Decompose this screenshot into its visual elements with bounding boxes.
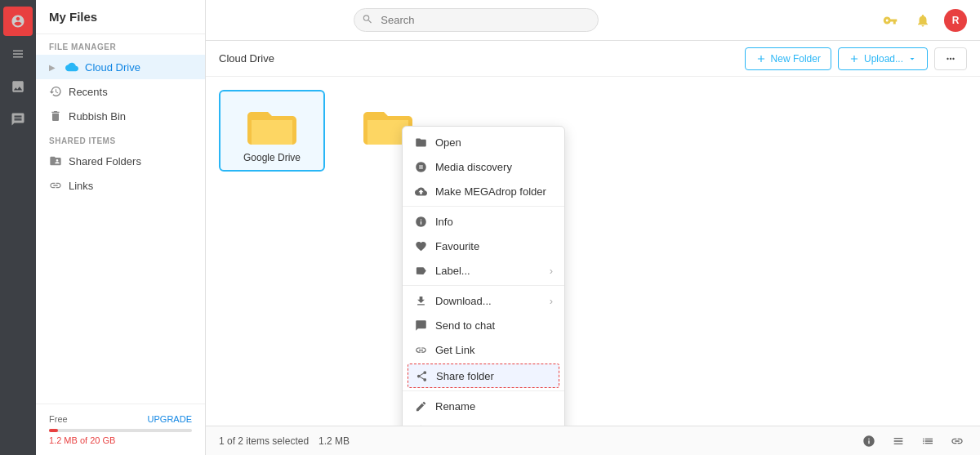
app-logo[interactable] bbox=[3, 7, 33, 36]
ctx-download-label: Download... bbox=[435, 295, 492, 307]
ctx-send-to-chat-label: Send to chat bbox=[435, 319, 495, 332]
megadrop-icon bbox=[414, 185, 427, 198]
folder-svg bbox=[247, 103, 296, 145]
ctx-divider-3 bbox=[403, 390, 564, 391]
storage-used: 1.2 MB bbox=[49, 435, 78, 445]
new-folder-label: New Folder bbox=[771, 53, 821, 65]
sidebar-item-links[interactable]: Links bbox=[36, 173, 205, 198]
heart-icon bbox=[414, 239, 427, 252]
status-bar: 1 of 2 items selected 1.2 MB bbox=[206, 426, 980, 455]
key-icon-btn[interactable] bbox=[879, 9, 902, 32]
storage-size-text: 1.2 MB of 20 GB bbox=[49, 435, 192, 445]
move-arrow-icon: › bbox=[550, 425, 553, 426]
left-panel: My Files FILE MANAGER ▶ Cloud Drive Rece… bbox=[36, 0, 206, 455]
storage-total: of 20 GB bbox=[80, 435, 115, 445]
ctx-open[interactable]: Open bbox=[403, 130, 564, 154]
ctx-info[interactable]: Info bbox=[403, 209, 564, 234]
avatar[interactable]: R bbox=[944, 9, 967, 32]
files-icon-btn[interactable] bbox=[3, 39, 33, 69]
size-text: 1.2 MB bbox=[318, 435, 350, 447]
info-icon bbox=[414, 215, 427, 228]
selection-text: 1 of 2 items selected bbox=[219, 435, 309, 447]
photos-icon-btn[interactable] bbox=[3, 72, 33, 101]
rename-icon bbox=[414, 399, 427, 413]
storage-bar-fill bbox=[49, 429, 58, 432]
rubbish-bin-icon bbox=[49, 109, 62, 123]
ctx-rename[interactable]: Rename bbox=[403, 394, 564, 418]
ctx-info-label: Info bbox=[435, 216, 453, 228]
label-icon bbox=[414, 264, 427, 277]
ctx-media-discovery[interactable]: Media discovery bbox=[403, 154, 564, 179]
media-icon bbox=[414, 160, 427, 173]
upgrade-link[interactable]: UPGRADE bbox=[148, 414, 192, 424]
breadcrumb: Cloud Drive bbox=[219, 52, 274, 65]
folder-icon bbox=[246, 101, 298, 147]
status-icon-2[interactable] bbox=[889, 431, 908, 451]
search-box bbox=[354, 8, 599, 32]
sidebar-item-shared-folders[interactable]: Shared Folders bbox=[36, 149, 205, 173]
ctx-favourite-label: Favourite bbox=[435, 240, 479, 252]
status-icon-3[interactable] bbox=[918, 431, 938, 451]
file-manager-label: FILE MANAGER bbox=[36, 34, 205, 55]
shared-folders-icon bbox=[49, 154, 62, 167]
storage-label-row: Free UPGRADE bbox=[49, 414, 192, 424]
shared-items-label: SHARED ITEMS bbox=[36, 128, 205, 149]
cloud-icon bbox=[65, 60, 78, 74]
ctx-media-label: Media discovery bbox=[435, 161, 512, 173]
toolbar-actions: New Folder Upload... bbox=[745, 47, 967, 70]
main-area: R Cloud Drive New Folder Upload... bbox=[206, 0, 980, 455]
ctx-get-link-label: Get Link bbox=[435, 344, 474, 356]
shared-folders-label: Shared Folders bbox=[69, 155, 141, 167]
ctx-download[interactable]: Download... › bbox=[403, 288, 564, 313]
context-menu: Open Media discovery Make MEGAdrop folde… bbox=[402, 126, 565, 426]
more-icon bbox=[945, 53, 956, 65]
ctx-move[interactable]: Move... › bbox=[403, 418, 564, 426]
ctx-label[interactable]: Label... › bbox=[403, 258, 564, 283]
ctx-megadrop[interactable]: Make MEGAdrop folder bbox=[403, 179, 564, 203]
sidebar-item-cloud-drive[interactable]: ▶ Cloud Drive bbox=[36, 55, 205, 79]
storage-bar-background bbox=[49, 429, 192, 432]
free-label: Free bbox=[49, 414, 68, 424]
ctx-divider-1 bbox=[403, 206, 564, 207]
status-icon-4[interactable] bbox=[947, 431, 967, 451]
notification-icon-btn[interactable] bbox=[911, 9, 934, 32]
download-arrow-icon: › bbox=[550, 295, 553, 307]
share-icon bbox=[415, 369, 428, 382]
send-to-chat-icon bbox=[414, 319, 427, 332]
recents-label: Recents bbox=[69, 86, 108, 98]
file-item-name: Google Drive bbox=[243, 152, 301, 163]
ctx-send-to-chat[interactable]: Send to chat bbox=[403, 313, 564, 337]
ctx-open-label: Open bbox=[435, 136, 461, 149]
recents-icon bbox=[49, 85, 62, 98]
ctx-label-label: Label... bbox=[435, 265, 470, 277]
cloud-drive-label: Cloud Drive bbox=[85, 61, 140, 74]
more-button[interactable] bbox=[934, 47, 967, 70]
search-icon bbox=[362, 13, 373, 27]
file-grid: Google Drive bbox=[219, 90, 967, 172]
ctx-get-link[interactable]: Get Link bbox=[403, 337, 564, 362]
file-item-google-drive[interactable]: Google Drive bbox=[219, 90, 325, 172]
ctx-share-folder[interactable]: Share folder bbox=[408, 364, 559, 388]
links-icon bbox=[49, 179, 62, 192]
status-bar-right bbox=[859, 431, 967, 451]
ctx-divider-2 bbox=[403, 285, 564, 286]
content-area: Google Drive Open bbox=[206, 77, 980, 426]
ctx-share-folder-label: Share folder bbox=[436, 370, 494, 382]
move-icon bbox=[414, 424, 427, 426]
ctx-move-label: Move... bbox=[435, 425, 470, 426]
sidebar-item-recents[interactable]: Recents bbox=[36, 79, 205, 104]
download-icon bbox=[414, 294, 427, 307]
top-bar-actions: R bbox=[879, 9, 967, 32]
ctx-favourite[interactable]: Favourite bbox=[403, 234, 564, 258]
status-icon-1[interactable] bbox=[859, 431, 879, 451]
new-folder-button[interactable]: New Folder bbox=[745, 47, 831, 70]
search-input[interactable] bbox=[354, 8, 599, 32]
ctx-rename-label: Rename bbox=[435, 400, 475, 413]
upload-button[interactable]: Upload... bbox=[838, 47, 928, 70]
upload-icon bbox=[849, 53, 860, 65]
sidebar-item-rubbish-bin[interactable]: Rubbish Bin bbox=[36, 104, 205, 128]
plus-icon bbox=[755, 53, 767, 65]
top-bar: R bbox=[206, 0, 980, 41]
chevron-down-icon bbox=[907, 54, 917, 64]
chat-icon-btn[interactable] bbox=[3, 105, 33, 134]
